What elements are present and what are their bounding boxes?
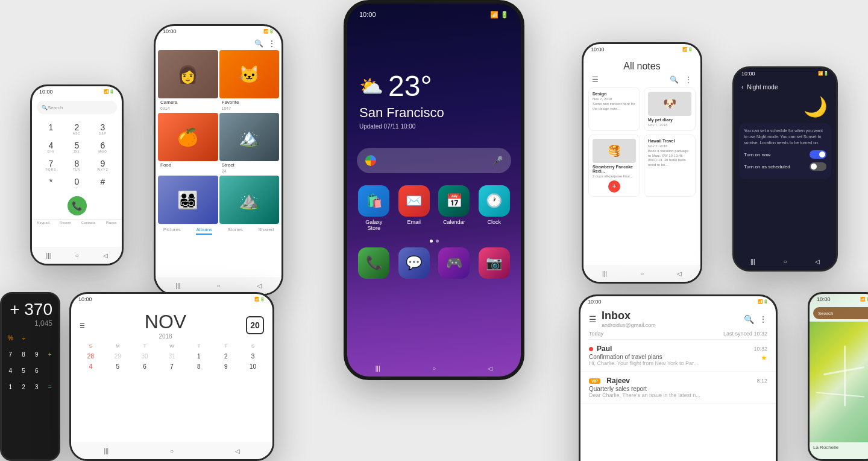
- calc-divide[interactable]: ÷: [17, 330, 30, 346]
- nav-back-night[interactable]: |||: [747, 256, 758, 267]
- cal-day-10[interactable]: 10: [239, 361, 266, 372]
- cal-day-badge[interactable]: 20: [246, 316, 264, 334]
- toggle-scheduled-switch[interactable]: [810, 162, 826, 171]
- nav-back-cal[interactable]: |||: [101, 445, 112, 456]
- app-clock[interactable]: 🕐 Clock: [477, 185, 512, 231]
- app-game[interactable]: 🎮: [437, 247, 471, 279]
- app-camera[interactable]: 📷: [477, 247, 512, 279]
- hamburger-icon[interactable]: ☰: [80, 322, 85, 329]
- google-search-bar[interactable]: 🎤: [357, 148, 511, 173]
- dial-key-1[interactable]: 1: [38, 120, 64, 138]
- dial-key-hash[interactable]: #: [90, 174, 116, 192]
- dialer-search-bar[interactable]: 🔍 Search: [37, 101, 117, 114]
- app-calendar[interactable]: 📅 Calendar: [437, 185, 471, 231]
- dial-key-7[interactable]: 7PQRS: [38, 156, 64, 174]
- calc-9[interactable]: 9: [31, 346, 43, 362]
- nav-home-gallery[interactable]: ○: [213, 280, 224, 291]
- tab-keypad[interactable]: Keypad: [37, 221, 49, 224]
- cal-day-6[interactable]: 6: [131, 361, 159, 372]
- nav-home-notes[interactable]: ○: [637, 268, 647, 279]
- calc-6[interactable]: 6: [31, 363, 43, 378]
- nav-back-gallery[interactable]: |||: [173, 280, 184, 291]
- tab-recent[interactable]: Recent: [60, 221, 71, 224]
- nav-home[interactable]: ○: [429, 363, 439, 374]
- tab-pictures[interactable]: Pictures: [163, 227, 181, 235]
- calc-2[interactable]: 2: [17, 379, 30, 395]
- tab-stories[interactable]: Stories: [228, 227, 243, 235]
- note-design[interactable]: Design Nov 7, 2018Some text content here…: [588, 87, 640, 131]
- tab-shared[interactable]: Shared: [258, 227, 274, 235]
- app-email[interactable]: ✉️ Email: [397, 185, 432, 231]
- nav-recent-dialer[interactable]: ◁: [100, 250, 111, 261]
- calc-plus[interactable]: +: [43, 346, 56, 362]
- inbox-search-icon[interactable]: 🔍: [744, 314, 754, 324]
- nav-back-dialer[interactable]: |||: [43, 250, 54, 261]
- calc-8[interactable]: 8: [17, 346, 30, 362]
- dial-key-3[interactable]: 3DEF: [90, 120, 116, 138]
- calc-1[interactable]: 1: [4, 379, 17, 395]
- cal-day-2[interactable]: 2: [212, 351, 239, 361]
- cal-day-31[interactable]: 31: [159, 351, 186, 361]
- search-icon-gallery[interactable]: 🔍: [254, 39, 263, 48]
- calc-equals[interactable]: =: [43, 379, 56, 395]
- dial-key-4[interactable]: 4GHI: [38, 138, 64, 156]
- tab-contacts[interactable]: Contacts: [81, 221, 96, 224]
- nav-recent-gallery[interactable]: ◁: [254, 280, 265, 291]
- inbox-more-icon[interactable]: ⋮: [759, 314, 767, 324]
- email-item-paul[interactable]: Paul 10:32 Confirmation of travel plans …: [580, 340, 776, 372]
- nav-home-night[interactable]: ○: [779, 256, 790, 267]
- note-pancake[interactable]: 🥞 Strawberry Pancake Reci... 2 cups all-…: [588, 135, 640, 197]
- nav-back-notes[interactable]: |||: [599, 268, 610, 279]
- call-button[interactable]: 📞: [68, 196, 87, 215]
- cal-day-28[interactable]: 28: [77, 351, 104, 361]
- nav-recent-night[interactable]: ◁: [812, 256, 823, 267]
- cal-day-9[interactable]: 9: [212, 361, 239, 372]
- cal-day-7[interactable]: 7: [159, 361, 186, 372]
- dial-key-2[interactable]: 2ABC: [64, 120, 90, 138]
- night-back-btn[interactable]: ‹ Night mode: [734, 79, 836, 93]
- cal-day-8[interactable]: 8: [185, 361, 212, 372]
- nav-recent[interactable]: ◁: [485, 363, 495, 374]
- calc-misc2[interactable]: [43, 330, 56, 346]
- dial-key-star[interactable]: *: [38, 174, 64, 192]
- more-icon-gallery[interactable]: ⋮: [268, 39, 275, 48]
- calc-7[interactable]: 7: [4, 346, 17, 362]
- notes-search-icon[interactable]: 🔍: [670, 75, 679, 84]
- dial-key-6[interactable]: 6MNO: [90, 138, 116, 156]
- nav-back[interactable]: |||: [373, 363, 383, 374]
- note-hawaii[interactable]: Hawaii Travel Nov 7, 2018Book a vacation…: [644, 135, 696, 197]
- dial-key-8[interactable]: 8TUV: [64, 156, 90, 174]
- notes-more-icon[interactable]: ⋮: [685, 75, 692, 84]
- nav-home-dialer[interactable]: ○: [72, 250, 83, 261]
- cal-day-5[interactable]: 5: [104, 361, 131, 372]
- maps-search-bar[interactable]: Search: [813, 307, 868, 319]
- note-pet-diary[interactable]: 🐶 My pet diary Nov 7, 2018: [644, 87, 696, 131]
- calc-3[interactable]: 3: [31, 379, 43, 395]
- cal-day-4[interactable]: 4: [77, 361, 104, 372]
- tab-places[interactable]: Places: [105, 221, 116, 224]
- email-item-rajeev[interactable]: VIP Rajeev 8:12 Quarterly sales report D…: [580, 372, 776, 404]
- tab-albums[interactable]: Albums: [196, 227, 212, 235]
- nav-home-cal[interactable]: ○: [166, 445, 177, 456]
- cal-day-1[interactable]: 1: [185, 351, 212, 361]
- notes-hamburger[interactable]: ☰: [592, 75, 599, 84]
- app-messages[interactable]: 💬: [397, 247, 432, 279]
- dial-key-9[interactable]: 9WXYZ: [90, 156, 116, 174]
- cal-day-29[interactable]: 29: [104, 351, 131, 361]
- dial-key-5[interactable]: 5JKL: [64, 138, 90, 156]
- app-phone[interactable]: 📞: [357, 247, 391, 279]
- note-add-button[interactable]: +: [608, 180, 620, 192]
- cal-day-3[interactable]: 3: [239, 351, 266, 361]
- calc-misc[interactable]: [31, 330, 43, 346]
- toggle-now-switch[interactable]: [810, 150, 826, 159]
- nav-recent-notes[interactable]: ◁: [674, 268, 685, 279]
- calc-5[interactable]: 5: [17, 363, 30, 378]
- calc-4[interactable]: 4: [4, 363, 17, 378]
- calc-percent[interactable]: %: [4, 330, 17, 346]
- app-galaxy-store[interactable]: 🛍️ GalaxyStore: [357, 185, 391, 231]
- dial-key-0[interactable]: 0+: [64, 174, 90, 192]
- nav-recent-cal[interactable]: ◁: [232, 445, 243, 456]
- calc-misc3[interactable]: [43, 363, 56, 378]
- inbox-hamburger[interactable]: ☰: [589, 314, 597, 324]
- cal-day-30[interactable]: 30: [131, 351, 159, 361]
